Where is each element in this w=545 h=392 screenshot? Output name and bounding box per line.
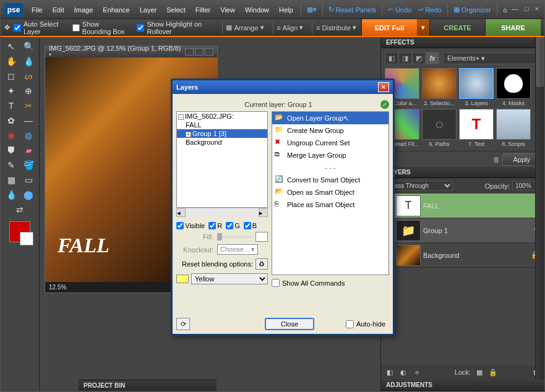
- effects-tab-effects[interactable]: ◩: [412, 52, 426, 64]
- distribute-dropdown[interactable]: ≡ Distribute ▾: [316, 23, 356, 32]
- menu-image[interactable]: Image: [69, 1, 98, 19]
- type-tool-icon[interactable]: T: [3, 99, 19, 113]
- panel-scrollbar[interactable]: [535, 37, 544, 380]
- layer-row[interactable]: ◉ Background 🔒: [381, 243, 544, 268]
- doc-minimize-button[interactable]: [185, 48, 194, 56]
- cmd-place-smart[interactable]: ⎘Place as Smart Object: [272, 198, 388, 211]
- menu-layer[interactable]: Layer: [135, 1, 162, 19]
- menu-window[interactable]: Window: [240, 1, 274, 19]
- lock-transparent-icon[interactable]: ▩: [474, 367, 484, 377]
- blend-mode-dropdown[interactable]: Pass Through: [385, 181, 453, 191]
- redo-button[interactable]: ⤻ Redo: [418, 6, 441, 14]
- bounding-box-checkbox[interactable]: Show Bounding Box: [72, 20, 130, 35]
- home-icon[interactable]: ⌂: [503, 6, 507, 14]
- effects-tab-filters[interactable]: ◧: [385, 52, 398, 64]
- refresh-button[interactable]: ⟳: [176, 318, 190, 330]
- undo-button[interactable]: ⤺ Undo: [388, 6, 411, 14]
- heal-tool-icon[interactable]: ◍: [20, 129, 36, 142]
- wand-tool-icon[interactable]: ✦: [3, 84, 19, 98]
- eyedropper-tool-icon[interactable]: 💧: [20, 54, 36, 68]
- tab-edit[interactable]: EDIT Full: [361, 19, 417, 36]
- document-titlebar[interactable]: IMG_5602.JPG @ 12.5% (Group 1, RGB/8) *: [45, 46, 217, 58]
- doc-close-button[interactable]: [205, 48, 213, 56]
- app-logo[interactable]: pse: [4, 3, 23, 17]
- tree-node-selected[interactable]: +Group 1 [3]: [177, 129, 267, 138]
- layer-row[interactable]: ◉ T FALL: [381, 194, 544, 218]
- eraser-tool-icon[interactable]: ▰: [20, 143, 36, 157]
- fill-slider[interactable]: [217, 236, 252, 238]
- effect-item[interactable]: T7. Text: [459, 109, 494, 147]
- effect-item-selected[interactable]: 3. Layers: [459, 68, 494, 106]
- crop-tool-icon[interactable]: ✂: [20, 99, 36, 113]
- fill-tool-icon[interactable]: 🪣: [20, 158, 36, 172]
- menu-select[interactable]: Select: [161, 1, 191, 19]
- gradient-tool-icon[interactable]: ▦: [3, 173, 19, 187]
- effect-item[interactable]: 4. Masks: [496, 68, 531, 106]
- effects-panel-header[interactable]: EFFECTS: [381, 37, 544, 48]
- g-checkbox[interactable]: G: [226, 222, 240, 229]
- tab-share[interactable]: SHARE: [485, 19, 541, 36]
- tree-node[interactable]: Background: [177, 138, 267, 147]
- stamp-tool-icon[interactable]: ⛊: [3, 143, 19, 157]
- cmd-create-new-group[interactable]: 📁Create New Group: [272, 124, 388, 137]
- menu-help[interactable]: Help: [274, 1, 298, 19]
- shape-tool-icon[interactable]: ▭: [20, 173, 36, 187]
- tab-create[interactable]: CREATE: [429, 19, 485, 36]
- fg-swap-icon[interactable]: ⇄: [12, 203, 28, 216]
- cmd-merge-group[interactable]: ⧉Merge Layer Group: [272, 149, 388, 161]
- effects-category-dropdown[interactable]: Elements+ ▾: [443, 53, 541, 64]
- new-layer-icon[interactable]: ◧: [385, 367, 395, 377]
- reset-panels-button[interactable]: ↻ Reset Panels: [328, 6, 376, 14]
- dialog-titlebar[interactable]: Layers ✕: [173, 80, 393, 94]
- blur-tool-icon[interactable]: 💧: [3, 188, 19, 202]
- tree-h-scrollbar[interactable]: ◂▸: [176, 208, 268, 217]
- move-tool-icon[interactable]: ↖: [3, 40, 19, 53]
- trash-icon[interactable]: 🗑: [493, 156, 500, 163]
- b-checkbox[interactable]: B: [244, 222, 257, 229]
- layout-icon[interactable]: ▦▾: [307, 6, 317, 14]
- command-list[interactable]: 📂Open Layer Group↖ 📁Create New Group ✖Un…: [272, 111, 389, 275]
- menu-file[interactable]: File: [27, 1, 48, 19]
- project-bin-header[interactable]: PROJECT BIN: [79, 380, 217, 391]
- highlight-rollover-checkbox[interactable]: Show Highlight on Rollover: [137, 20, 210, 35]
- tree-node[interactable]: -IMG_5602.JPG:: [177, 112, 267, 121]
- adjustments-panel-header[interactable]: ADJUSTMENTS: [381, 380, 544, 391]
- zoom-tool-icon[interactable]: 🔍: [20, 40, 36, 53]
- window-close-button[interactable]: ×: [535, 5, 539, 12]
- align-dropdown[interactable]: ≡ Align ▾: [277, 23, 303, 32]
- layer-row-selected[interactable]: ◉ 📁 Group 1 ✎: [381, 218, 544, 243]
- organizer-button[interactable]: ▦ Organizer: [453, 6, 491, 14]
- auto-hide-checkbox[interactable]: [346, 320, 354, 328]
- reset-blend-button[interactable]: ♻: [255, 258, 268, 270]
- knockout-dropdown[interactable]: Choose... ▾: [217, 244, 258, 255]
- color-swatch[interactable]: [9, 221, 30, 242]
- straighten-tool-icon[interactable]: —: [20, 114, 36, 127]
- brush-tool-icon[interactable]: ✎: [3, 158, 19, 172]
- menu-filter[interactable]: Filter: [191, 1, 215, 19]
- layer-tree[interactable]: -IMG_5602.JPG: FALL +Group 1 [3] Backgro…: [176, 111, 268, 208]
- cookie-tool-icon[interactable]: ✿: [3, 114, 19, 127]
- window-maximize-button[interactable]: □: [525, 5, 529, 12]
- quickselect-tool-icon[interactable]: ⊕: [20, 84, 36, 98]
- adjustment-icon[interactable]: ◐: [398, 367, 408, 377]
- arrange-dropdown[interactable]: ▦ Arrange ▾: [226, 23, 264, 32]
- menu-edit[interactable]: Edit: [48, 1, 69, 19]
- cmd-convert-smart[interactable]: 🔄Convert to Smart Object: [272, 174, 388, 186]
- r-checkbox[interactable]: R: [208, 222, 222, 229]
- cmd-open-layer-group[interactable]: 📂Open Layer Group↖: [272, 112, 388, 124]
- auto-select-checkbox[interactable]: Auto Select Layer: [14, 20, 65, 35]
- tree-node[interactable]: FALL: [177, 121, 267, 129]
- tab-edit-dropdown[interactable]: ▾: [417, 19, 429, 36]
- window-minimize-button[interactable]: —: [512, 5, 518, 12]
- sponge-tool-icon[interactable]: ⬤: [20, 188, 36, 202]
- effects-tab-fx[interactable]: fx: [426, 52, 439, 64]
- color-label-dropdown[interactable]: Yellow: [176, 273, 268, 284]
- layers-panel-header[interactable]: LAYERS: [381, 167, 544, 178]
- cmd-ungroup[interactable]: ✖Ungroup Current Set: [272, 137, 388, 149]
- effect-item[interactable]: 8. Scripts: [496, 109, 531, 147]
- cmd-open-smart[interactable]: 📂Open as Smart Object: [272, 186, 388, 198]
- menu-view[interactable]: View: [215, 1, 240, 19]
- doc-maximize-button[interactable]: [195, 48, 204, 56]
- show-all-checkbox[interactable]: [272, 279, 280, 287]
- visible-checkbox[interactable]: Visible: [176, 222, 205, 229]
